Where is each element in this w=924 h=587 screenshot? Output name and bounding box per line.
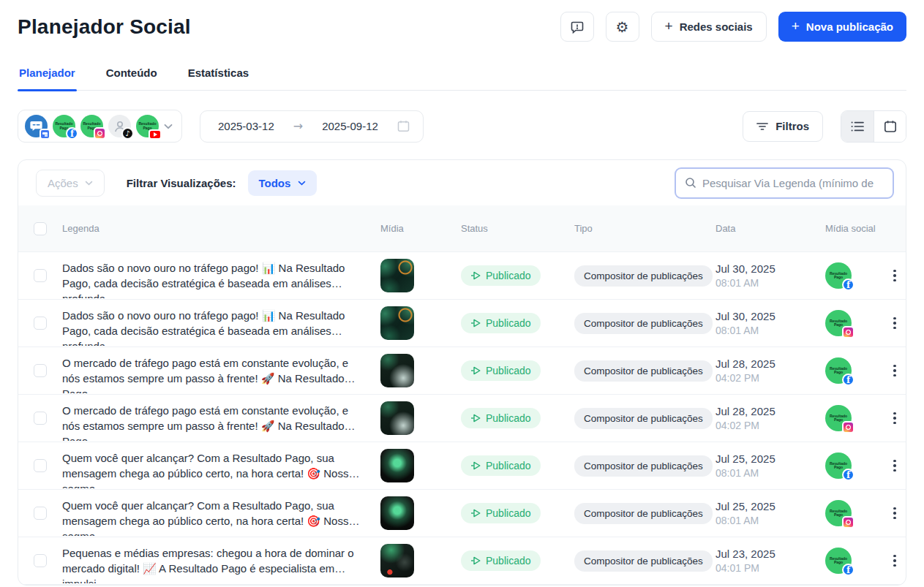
post-date: Jul 25, 2025 xyxy=(715,452,825,465)
calendar-view-button[interactable] xyxy=(874,111,906,142)
post-time: 04:02 PM xyxy=(715,372,825,384)
search-input[interactable] xyxy=(702,177,884,189)
status-badge: Publicado xyxy=(461,550,541,571)
post-media-thumbnail[interactable] xyxy=(380,496,414,530)
plus-icon: + xyxy=(792,19,800,33)
add-social-networks-label: Redes sociais xyxy=(680,20,753,33)
post-media-thumbnail[interactable] xyxy=(380,449,414,482)
social-account-avatar: Resultado Pago f xyxy=(825,262,852,289)
facebook-icon: f xyxy=(66,127,78,140)
post-media-thumbnail[interactable] xyxy=(380,544,414,577)
post-time: 04:01 PM xyxy=(715,562,825,574)
post-media-thumbnail[interactable] xyxy=(380,354,414,387)
actions-dropdown[interactable]: Ações xyxy=(36,170,105,197)
social-account-avatar: Resultado Pago xyxy=(825,405,852,431)
controls-right: Filtros xyxy=(743,110,906,143)
list-view-icon xyxy=(851,121,864,132)
post-media-thumbnail[interactable] xyxy=(380,259,414,292)
search-icon xyxy=(685,177,696,189)
new-publication-button[interactable]: + Nova publicação xyxy=(778,12,906,42)
feedback-button[interactable] xyxy=(560,12,594,42)
date-from: 2025-03-12 xyxy=(218,120,274,132)
post-time: 08:01 AM xyxy=(715,277,825,289)
row-checkbox[interactable] xyxy=(34,317,47,330)
post-date: Jul 25, 2025 xyxy=(715,500,825,512)
table-row: Quem você quer alcançar? Com a Resultado… xyxy=(18,442,906,490)
post-caption[interactable]: Dados são o novo ouro no tráfego pago! 📊… xyxy=(62,300,380,346)
post-caption[interactable]: Dados são o novo ouro no tráfego pago! 📊… xyxy=(62,253,380,299)
row-checkbox[interactable] xyxy=(34,507,47,520)
column-header-tipo: Tipo xyxy=(574,223,715,234)
column-header-midia: Mídia xyxy=(380,223,461,234)
post-date: Jul 30, 2025 xyxy=(715,262,825,275)
list-view-button[interactable] xyxy=(841,111,874,142)
tab-planejador[interactable]: Planejador xyxy=(18,67,77,90)
status-badge: Publicado xyxy=(461,313,541,333)
tab-conteudo[interactable]: Conteúdo xyxy=(105,67,159,90)
post-caption[interactable]: Quem você quer alcançar? Com a Resultado… xyxy=(62,443,380,489)
post-caption[interactable]: O mercado de tráfego pago está em consta… xyxy=(62,395,380,442)
type-badge: Compositor de publicações xyxy=(574,550,713,572)
chevron-down-icon xyxy=(298,181,306,186)
row-menu-button[interactable] xyxy=(884,362,906,380)
facebook-icon: f xyxy=(842,564,854,576)
search-container xyxy=(675,167,894,199)
instagram-icon xyxy=(94,127,106,140)
row-menu-button[interactable] xyxy=(884,409,906,428)
post-media-thumbnail[interactable] xyxy=(380,306,414,340)
accounts-selector[interactable]: Resultado Pago f Resultado Pago ♪ Result… xyxy=(18,110,182,143)
facebook-icon: f xyxy=(842,279,854,291)
type-badge: Compositor de publicações xyxy=(574,503,713,524)
table-toolbar: Ações Filtrar Visualizações: Todos xyxy=(18,160,906,205)
main-tabs: Planejador Conteúdo Estatísticas xyxy=(18,67,906,91)
arrow-right-icon: → xyxy=(293,119,303,133)
select-all-checkbox[interactable] xyxy=(34,222,47,235)
feedback-bubble-icon xyxy=(570,20,585,34)
gear-icon: ⚙ xyxy=(616,20,629,34)
post-caption[interactable]: Quem você quer alcançar? Com a Resultado… xyxy=(62,491,380,537)
social-account-avatar: Resultado Pago xyxy=(825,500,852,526)
account-avatar-instagram: Resultado Pago xyxy=(80,115,103,137)
row-menu-button[interactable] xyxy=(884,314,906,333)
status-badge: Publicado xyxy=(461,455,541,476)
filters-button[interactable]: Filtros xyxy=(743,111,823,142)
tab-estatisticas[interactable]: Estatísticas xyxy=(187,67,250,90)
instagram-icon xyxy=(842,516,854,529)
status-badge: Publicado xyxy=(461,265,541,286)
row-menu-button[interactable] xyxy=(884,457,906,475)
account-avatar-facebook: Resultado Pago f xyxy=(53,115,75,137)
row-checkbox[interactable] xyxy=(34,269,47,282)
actions-label: Ações xyxy=(48,177,78,189)
post-media-thumbnail[interactable] xyxy=(380,401,414,435)
post-datetime: Jul 30, 2025 08:01 AM xyxy=(715,262,825,289)
add-social-networks-button[interactable]: + Redes sociais xyxy=(651,12,767,42)
column-header-legenda: Legenda xyxy=(62,223,380,234)
table-row: O mercado de tráfego pago está em consta… xyxy=(18,347,906,395)
row-menu-button[interactable] xyxy=(884,267,906,285)
filter-views-dropdown[interactable]: Todos xyxy=(248,170,318,196)
filter-views-label: Filtrar Visualizações: xyxy=(127,177,236,189)
row-menu-button[interactable] xyxy=(884,552,906,570)
post-time: 08:01 AM xyxy=(715,467,825,479)
row-menu-button[interactable] xyxy=(884,504,906,523)
date-range-picker[interactable]: 2025-03-12 → 2025-09-12 xyxy=(200,110,424,143)
settings-button[interactable]: ⚙ xyxy=(606,12,639,42)
post-date: Jul 28, 2025 xyxy=(715,357,825,370)
post-time: 08:01 AM xyxy=(715,325,825,336)
column-header-midia-social: Mídia social xyxy=(825,223,884,234)
type-badge: Compositor de publicações xyxy=(574,360,713,382)
post-caption[interactable]: O mercado de tráfego pago está em consta… xyxy=(62,348,380,394)
instagram-icon xyxy=(842,326,854,338)
view-switcher xyxy=(841,110,906,143)
table-row: Quem você quer alcançar? Com a Resultado… xyxy=(18,490,906,537)
social-account-avatar: Resultado Pago f xyxy=(825,548,852,574)
row-checkbox[interactable] xyxy=(34,554,47,567)
row-checkbox[interactable] xyxy=(34,412,47,425)
post-date: Jul 30, 2025 xyxy=(715,310,825,322)
row-checkbox[interactable] xyxy=(34,364,47,377)
column-header-status: Status xyxy=(461,223,574,234)
published-send-icon xyxy=(470,366,481,375)
planner-page: Planejador Social ⚙ + Redes sociais + No… xyxy=(0,0,924,586)
row-checkbox[interactable] xyxy=(34,459,47,472)
post-caption[interactable]: Pequenas e médias empresas: chegou a hor… xyxy=(62,538,380,584)
